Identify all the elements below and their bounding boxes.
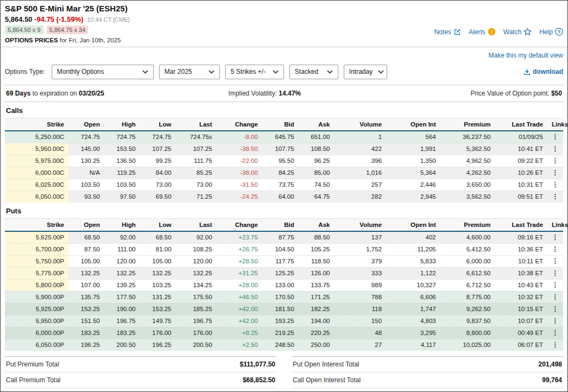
row-links-menu-icon[interactable]: ⋮ (552, 257, 559, 265)
links-cell: ⋮ (547, 327, 563, 339)
bid-cell: 170.50 (262, 291, 299, 303)
high-cell: 103.50 (104, 179, 140, 191)
row-links-menu-icon[interactable]: ⋮ (552, 233, 559, 241)
download-button[interactable]: download (523, 68, 563, 75)
low-cell: 68.50 (140, 231, 176, 244)
row-links-menu-icon[interactable]: ⋮ (552, 245, 559, 253)
help-link[interactable]: Help ? (539, 28, 563, 36)
column-header-open-int: Open Int (386, 118, 440, 131)
row-links-menu-icon[interactable]: ⋮ (552, 169, 559, 176)
summary-value: 2.02 (499, 388, 563, 392)
watch-link[interactable]: Watch (503, 28, 532, 36)
row-links-menu-icon[interactable]: ⋮ (552, 281, 559, 289)
column-header-strike: Strike (5, 118, 68, 131)
strike-cell: 6,050.00C (5, 191, 68, 203)
ask-cell: 64.75 (299, 191, 335, 203)
bid-cell: 645.75 (262, 131, 299, 143)
bid-ask-badges: 5,864.50 x 9 5,864.75 x 34 (5, 26, 130, 34)
row-links-menu-icon[interactable]: ⋮ (552, 341, 559, 349)
high-cell: 139.25 (104, 279, 140, 291)
notes-link[interactable]: Notes (434, 28, 461, 36)
row-links-menu-icon[interactable]: ⋮ (552, 193, 559, 200)
calls-table: StrikeOpenHighLowLastChangeBidAskVolumeO… (5, 118, 563, 203)
masthead: S&P 500 E-Mini Mar '25 (ESH25) 5,864.50 … (5, 4, 563, 47)
bid-cell: 73.75 (262, 179, 299, 191)
change-cell: +31.25 (217, 267, 262, 279)
select-value: 5 Strikes +/- (231, 68, 266, 75)
summary-row: Put Open Interest Total201,498 (292, 356, 563, 372)
masthead-links: Notes Alerts ! Watch Help ? (434, 28, 563, 36)
row-links-menu-icon[interactable]: ⋮ (552, 317, 559, 325)
bid-cell: 104.50 (262, 243, 299, 255)
column-header-last-trade: Last Trade (495, 218, 547, 231)
bid-cell: 107.75 (262, 143, 299, 155)
premium-cell: 6,612.50 (440, 267, 495, 279)
high-cell: 153.50 (104, 143, 140, 155)
alerts-link[interactable]: Alerts ! (469, 28, 496, 36)
select-intraday[interactable]: Intraday (344, 65, 387, 79)
price-change: -94.75 (-1.59%) (34, 15, 83, 23)
strike-cell: 5,750.00P (5, 255, 68, 267)
open-cell: 87.50 (68, 243, 104, 255)
open-cell: 724.75 (68, 131, 104, 143)
change-cell: +2.50 (217, 339, 262, 351)
strike-cell: 5,625.00P (5, 231, 68, 244)
high-cell: 120.00 (104, 255, 140, 267)
strike-cell: 5,975.00C (5, 155, 68, 167)
open-cell: 153.25 (68, 303, 104, 315)
row-links-menu-icon[interactable]: ⋮ (552, 305, 559, 313)
select-mar-2025[interactable]: Mar 2025 (159, 65, 220, 79)
ask-cell: 220.25 (299, 327, 335, 339)
strike-cell: 6,050.00P (5, 339, 68, 351)
last-cell: 111.75 (176, 155, 217, 167)
calls-header-row: StrikeOpenHighLowLastChangeBidAskVolumeO… (5, 118, 563, 131)
premium-cell: 3,650.00 (440, 179, 495, 191)
change-cell: -24.25 (217, 191, 262, 203)
volume-cell: 118 (334, 303, 386, 315)
last-trade-cell: 09:22 ET (495, 155, 547, 167)
option-row: 6,000.00CN/A119.2584.0085.25-38.0084.258… (5, 167, 563, 179)
open-int-cell: 5,364 (386, 167, 440, 179)
last-cell: 196.75 (176, 315, 217, 327)
links-cell: ⋮ (547, 167, 563, 179)
row-links-menu-icon[interactable]: ⋮ (552, 133, 559, 141)
premium-cell: 5,412.50 (440, 243, 495, 255)
option-row: 5,975.00C130.25136.5099.25111.75-22.0095… (5, 155, 563, 167)
star-icon (523, 28, 532, 36)
volume-cell: 282 (334, 191, 386, 203)
change-cell: +28.00 (217, 279, 262, 291)
row-links-menu-icon[interactable]: ⋮ (552, 329, 559, 337)
row-links-menu-icon[interactable]: ⋮ (552, 145, 559, 153)
volume-cell: 1,752 (334, 243, 386, 255)
select-5-strikes-[interactable]: 5 Strikes +/- (225, 65, 284, 79)
last-trade-cell: 06:07 ET (495, 339, 547, 351)
volume-cell: 27 (334, 339, 386, 351)
select-value: Intraday (349, 68, 373, 75)
bid-cell: 64.00 (262, 191, 299, 203)
select-stacked[interactable]: Stacked (289, 65, 338, 79)
open-cell: 183.25 (68, 327, 104, 339)
strike-cell: 5,250.00C (5, 131, 68, 143)
row-links-menu-icon[interactable]: ⋮ (552, 157, 559, 165)
summary-value: $68,852.50 (181, 372, 276, 388)
chevron-down-icon (273, 70, 279, 74)
row-links-menu-icon[interactable]: ⋮ (552, 269, 559, 277)
open-int-cell: 1,747 (386, 303, 440, 315)
chevron-down-icon (327, 70, 333, 74)
change-cell: +28.50 (217, 255, 262, 267)
row-links-menu-icon[interactable]: ⋮ (552, 293, 559, 301)
bid-cell: 193.25 (262, 315, 299, 327)
option-row: 5,900.00P135.75177.50131.25175.50+46.501… (5, 291, 563, 303)
links-cell: ⋮ (547, 315, 563, 327)
low-cell: 105.00 (140, 255, 176, 267)
change-cell: +42.00 (217, 315, 262, 327)
bid-cell: 125.25 (262, 267, 299, 279)
low-cell: 99.25 (140, 155, 176, 167)
change-cell: +23.75 (217, 231, 262, 244)
select-monthly-options[interactable]: Monthly Options (52, 65, 154, 79)
low-cell: 149.75 (140, 315, 176, 327)
row-links-menu-icon[interactable]: ⋮ (552, 181, 559, 188)
last-trade-cell: 10:36 ET (495, 243, 547, 255)
svg-text:!: ! (491, 29, 493, 35)
make-default-view-link[interactable]: Make this my default view (489, 52, 563, 59)
